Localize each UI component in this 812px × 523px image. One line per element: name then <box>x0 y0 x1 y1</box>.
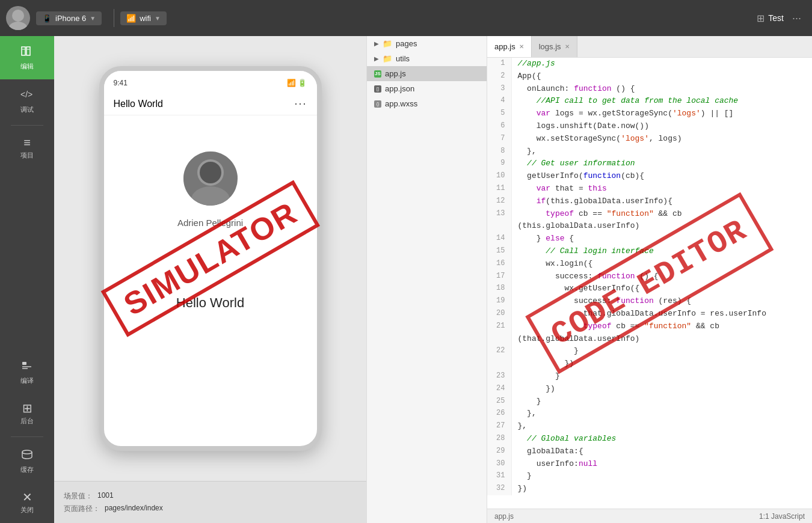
device-label: iPhone 6 <box>55 14 86 23</box>
wifi-label: wifi <box>140 14 151 23</box>
sidebar-item-compile[interactable]: 编译 <box>0 350 54 394</box>
phone-username: Adrien Pellegrini <box>177 218 243 228</box>
table-row: 3 onLaunch: function () { <box>487 83 812 96</box>
tab-logsjs[interactable]: logs.js ✕ <box>532 36 577 57</box>
sidebar-item-edit[interactable]: 编辑 <box>0 36 54 79</box>
wifi-selector[interactable]: 📶 wifi ▼ <box>120 11 167 25</box>
status-filename: app.js <box>494 512 514 521</box>
table-row: (that.globalData.userInfo) <box>487 333 812 346</box>
main-layout: 编辑 </> 调试 ≡ 项目 编译 ⊞ 后台 <box>0 36 812 523</box>
file-label-appjson: app.json <box>385 84 414 93</box>
wifi-icon: 📶 <box>126 14 136 23</box>
table-row: 5 var logs = wx.getStorageSync('logs') |… <box>487 108 812 120</box>
sidebar-label-debug: 调试 <box>20 105 34 114</box>
editor-area: app.js ✕ logs.js ✕ 1//app.js 2App({ 3 on… <box>487 36 812 523</box>
js-icon: JS <box>374 70 381 78</box>
phone-title-bar: Hello World ··· <box>104 95 317 115</box>
table-row: 23 } <box>487 370 812 383</box>
tab-appjs[interactable]: app.js ✕ <box>487 36 532 57</box>
left-sidebar: 编辑 </> 调试 ≡ 项目 编译 ⊞ 后台 <box>0 36 54 523</box>
phone-frame: 9:41 📶 🔋 Hello World ··· <box>99 66 322 451</box>
table-row: 2App({ <box>487 70 812 83</box>
table-row: 31 } <box>487 470 812 483</box>
table-row: 8 }, <box>487 145 812 158</box>
file-item-appjson[interactable]: [] app.json <box>367 81 487 96</box>
table-row: 22 } <box>487 345 812 358</box>
table-row: }) <box>487 358 812 370</box>
sidebar-label-edit: 编辑 <box>20 62 34 71</box>
table-row: 16 wx.login({ <box>487 258 812 271</box>
file-explorer: ▶ 📁 pages ▶ 📁 utils JS app.js [] app.jso… <box>367 36 487 523</box>
folder-icon-utils: 📁 <box>383 54 392 63</box>
project-selector: ⊞ Test ··· <box>757 12 806 25</box>
table-row: 17 success: function () { <box>487 271 812 283</box>
project-name: Test <box>768 13 784 23</box>
device-selector[interactable]: 📱 iPhone 6 ▼ <box>36 11 102 25</box>
close-icon: ✕ <box>22 491 32 503</box>
tab-close-appjs[interactable]: ✕ <box>519 43 524 50</box>
editor-content[interactable]: 1//app.js 2App({ 3 onLaunch: function ()… <box>487 58 812 509</box>
more-button[interactable]: ··· <box>787 12 806 25</box>
page-row: 页面路径： pages/index/index <box>64 504 357 514</box>
table-row: (this.globalData.userInfo) <box>487 220 812 233</box>
table-row: 12 if(this.globalData.userInfo){ <box>487 195 812 208</box>
status-time: 9:41 <box>114 79 128 87</box>
sidebar-label-backend: 后台 <box>20 417 34 426</box>
tab-label-appjs: app.js <box>494 42 515 51</box>
bottom-info: 场景值： 1001 页面路径： pages/index/index <box>54 481 366 523</box>
file-item-pages[interactable]: ▶ 📁 pages <box>367 36 487 51</box>
wxss-icon: {} <box>374 100 381 108</box>
file-label-appjs: app.js <box>385 69 406 78</box>
svg-rect-3 <box>26 47 30 55</box>
table-row: 27}, <box>487 420 812 433</box>
file-item-utils[interactable]: ▶ 📁 utils <box>367 51 487 66</box>
compile-icon <box>20 359 34 374</box>
file-label-utils: utils <box>396 54 410 63</box>
table-row: 1//app.js <box>487 58 812 70</box>
simulator-panel: 9:41 📶 🔋 Hello World ··· <box>54 36 367 523</box>
table-row: 18 wx.getUserInfo({ <box>487 283 812 295</box>
table-row: 4 //API call to get data from the local … <box>487 95 812 108</box>
svg-point-0 <box>12 10 24 22</box>
table-row: 9 // Get user information <box>487 158 812 170</box>
wifi-chevron-icon: ▼ <box>155 15 161 22</box>
table-row: 26 }, <box>487 408 812 420</box>
folder-icon-pages: 📁 <box>383 39 392 48</box>
table-row: 19 success: function (res) { <box>487 295 812 308</box>
debug-icon: </> <box>20 88 34 103</box>
table-row: 6 logs.unshift(Date.now()) <box>487 120 812 133</box>
phone-dots: ··· <box>294 97 307 110</box>
file-item-appjs[interactable]: JS app.js <box>367 66 487 81</box>
svg-point-14 <box>200 162 221 183</box>
table-row: 30 userInfo:null <box>487 458 812 471</box>
sidebar-label-compile: 编译 <box>20 376 34 385</box>
phone-hello-text: Hello World <box>176 295 244 311</box>
table-row: 21 typeof cb == "function" && cb <box>487 320 812 333</box>
table-row: 14 } else { <box>487 233 812 245</box>
backend-icon: ⊞ <box>22 402 32 414</box>
project-menu-icon: ≡ <box>23 136 31 148</box>
sidebar-item-project[interactable]: ≡ 项目 <box>0 128 54 168</box>
avatar <box>6 6 30 30</box>
tab-close-logsjs[interactable]: ✕ <box>565 43 570 50</box>
scene-row: 场景值： 1001 <box>64 491 357 501</box>
file-label-pages: pages <box>396 39 417 48</box>
file-item-appwxss[interactable]: {} app.wxss <box>367 96 487 111</box>
sidebar-separator-2 <box>11 436 43 437</box>
table-row: 20 that.globalData.userInfo = res.userIn… <box>487 308 812 320</box>
device-icon: 📱 <box>42 14 52 23</box>
scene-value: 1001 <box>97 491 114 501</box>
table-row: 7 wx.setStorageSync('logs', logs) <box>487 133 812 145</box>
sidebar-item-cache[interactable]: 缓存 <box>0 439 54 483</box>
project-icon: ⊞ <box>757 13 764 24</box>
sidebar-item-debug[interactable]: </> 调试 <box>0 79 54 123</box>
scene-label: 场景值： <box>64 491 93 501</box>
svg-text:</>: </> <box>20 90 32 99</box>
folder-arrow-icon-utils: ▶ <box>374 55 379 62</box>
code-table: 1//app.js 2App({ 3 onLaunch: function ()… <box>487 58 812 495</box>
sidebar-item-backend[interactable]: ⊞ 后台 <box>0 394 54 434</box>
folder-arrow-icon: ▶ <box>374 40 379 47</box>
phone-body: Adrien Pellegrini Hello World <box>104 115 317 323</box>
sidebar-item-close[interactable]: ✕ 关闭 <box>0 483 54 523</box>
sidebar-label-project: 项目 <box>20 151 34 160</box>
